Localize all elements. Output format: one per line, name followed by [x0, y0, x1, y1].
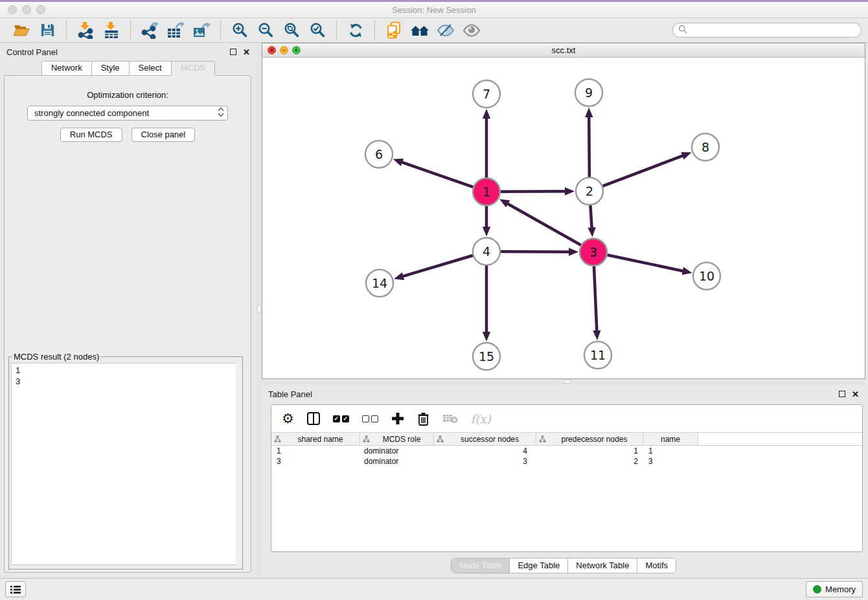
close-panel-icon[interactable]: ✕ [852, 390, 859, 398]
deselect-all-icon[interactable] [362, 415, 378, 422]
export-network-icon[interactable] [140, 21, 159, 40]
graph-edge[interactable] [590, 205, 591, 230]
splitter-grip[interactable] [564, 380, 571, 384]
table-header-row: shared name MCDS role successor nodes [271, 432, 862, 446]
cell-name[interactable]: 1 [643, 446, 698, 456]
table-settings-gear-icon[interactable]: ⚙ [282, 412, 294, 426]
zoom-selected-icon[interactable] [308, 21, 327, 40]
toolbar-separator [66, 21, 67, 40]
float-panel-icon[interactable] [839, 391, 845, 397]
mcds-result-box: MCDS result (2 nodes) 1 3 [8, 352, 243, 570]
cell-name[interactable]: 3 [643, 457, 698, 466]
zoom-in-icon[interactable] [230, 21, 249, 40]
export-image-icon[interactable] [192, 21, 211, 40]
table-row[interactable]: 3 dominator 3 2 3 [271, 456, 862, 467]
column-header-predecessor-nodes[interactable]: predecessor nodes [536, 433, 643, 445]
graph-edge[interactable] [603, 155, 685, 186]
table-row[interactable]: 1 dominator 4 1 1 [271, 446, 862, 456]
tab-select[interactable]: Select [129, 61, 171, 76]
document-share-icon[interactable] [384, 21, 404, 40]
graph-edge[interactable] [589, 115, 589, 177]
graph-node[interactable]: 1 [473, 178, 500, 205]
graph-node[interactable]: 3 [580, 238, 607, 266]
tab-mcds[interactable]: MCDS [171, 61, 215, 76]
column-header-successor-nodes[interactable]: successor nodes [434, 433, 536, 445]
eye-slash-icon[interactable] [436, 21, 455, 40]
memory-button[interactable]: Memory [806, 581, 863, 597]
cell-predecessor-nodes[interactable]: 1 [536, 446, 643, 456]
zoom-out-icon[interactable] [256, 21, 275, 40]
save-session-icon[interactable] [38, 21, 57, 40]
graph-node[interactable]: 4 [473, 238, 500, 265]
graph-node[interactable]: 14 [366, 270, 393, 297]
graph-node-label: 4 [483, 244, 490, 259]
close-panel-icon[interactable]: ✕ [243, 48, 250, 56]
float-panel-icon[interactable] [230, 49, 236, 55]
network-window-titlebar[interactable]: ✕ − + scc.txt [262, 43, 865, 58]
select-all-icon[interactable]: ✓✓ [333, 415, 349, 422]
add-column-icon[interactable] [391, 412, 404, 425]
graph-edge[interactable] [594, 266, 597, 333]
cell-successor-nodes[interactable]: 4 [434, 446, 536, 456]
cell-shared-name[interactable]: 3 [271, 457, 360, 466]
run-mcds-button[interactable]: Run MCDS [60, 128, 122, 142]
cell-mcds-role[interactable]: dominator [360, 446, 434, 456]
tab-node-table[interactable]: Node Table [451, 559, 510, 573]
open-session-icon[interactable] [12, 21, 31, 40]
tab-network[interactable]: Network [41, 61, 91, 76]
search-input[interactable] [691, 26, 856, 35]
graph-edge-arrowhead [569, 248, 578, 256]
eye-icon[interactable] [462, 21, 481, 40]
graph-node[interactable]: 9 [575, 79, 602, 106]
criterion-dropdown[interactable]: strongly connected component [27, 106, 228, 121]
column-header-mcds-role[interactable]: MCDS role [360, 433, 434, 445]
mcds-result-text[interactable]: 1 3 [11, 363, 240, 565]
result-scrollbar[interactable] [236, 362, 242, 568]
delete-column-trash-icon[interactable] [417, 412, 429, 426]
graph-edge-arrowhead [588, 227, 595, 237]
graph-node[interactable]: 10 [693, 262, 720, 290]
graph-edge[interactable] [608, 255, 685, 271]
cell-successor-nodes[interactable]: 3 [434, 457, 536, 466]
search-field[interactable] [672, 23, 862, 38]
graph-node[interactable]: 8 [692, 133, 719, 161]
node-table-card: ⚙ ✓✓ f(x) [271, 404, 863, 552]
graph-node-label: 15 [479, 349, 494, 363]
horizontal-splitter[interactable] [262, 379, 865, 385]
graph-node[interactable]: 2 [576, 178, 603, 205]
column-header-name[interactable]: name [643, 433, 698, 445]
refresh-icon[interactable] [346, 21, 365, 40]
graph-node[interactable]: 15 [473, 343, 500, 370]
network-canvas[interactable]: 7968124314101511 [262, 58, 865, 378]
export-table-icon[interactable] [166, 21, 185, 40]
header-filler [698, 433, 862, 445]
toolbar-separator [220, 21, 221, 40]
tab-style[interactable]: Style [91, 61, 129, 76]
graph-edge[interactable] [400, 161, 473, 187]
column-view-icon[interactable] [307, 412, 320, 425]
cell-predecessor-nodes[interactable]: 2 [536, 457, 643, 466]
homes-icon[interactable] [410, 21, 429, 40]
graph-edge[interactable] [506, 203, 581, 246]
column-header-shared-name[interactable]: shared name [271, 433, 360, 445]
graph-edge[interactable] [501, 191, 567, 192]
cell-mcds-role[interactable]: dominator [360, 457, 434, 466]
vertical-splitter[interactable] [257, 43, 262, 578]
graph-edge[interactable] [401, 255, 473, 277]
graph-node[interactable]: 6 [365, 141, 393, 168]
graph-node-label: 1 [483, 185, 490, 199]
import-network-icon[interactable] [76, 21, 95, 40]
tab-motifs[interactable]: Motifs [637, 559, 676, 573]
zoom-fit-icon[interactable] [282, 21, 301, 40]
delete-table-icon [442, 413, 458, 424]
import-table-icon[interactable] [102, 21, 121, 40]
splitter-grip[interactable] [257, 305, 261, 313]
tab-network-table[interactable]: Network Table [568, 559, 637, 573]
close-panel-button[interactable]: Close panel [131, 128, 196, 142]
task-history-button[interactable] [5, 581, 26, 597]
graph-node[interactable]: 11 [584, 341, 611, 369]
graph-edge[interactable] [501, 251, 571, 252]
graph-node[interactable]: 7 [473, 80, 500, 108]
tab-edge-table[interactable]: Edge Table [510, 559, 568, 573]
cell-shared-name[interactable]: 1 [271, 446, 360, 456]
